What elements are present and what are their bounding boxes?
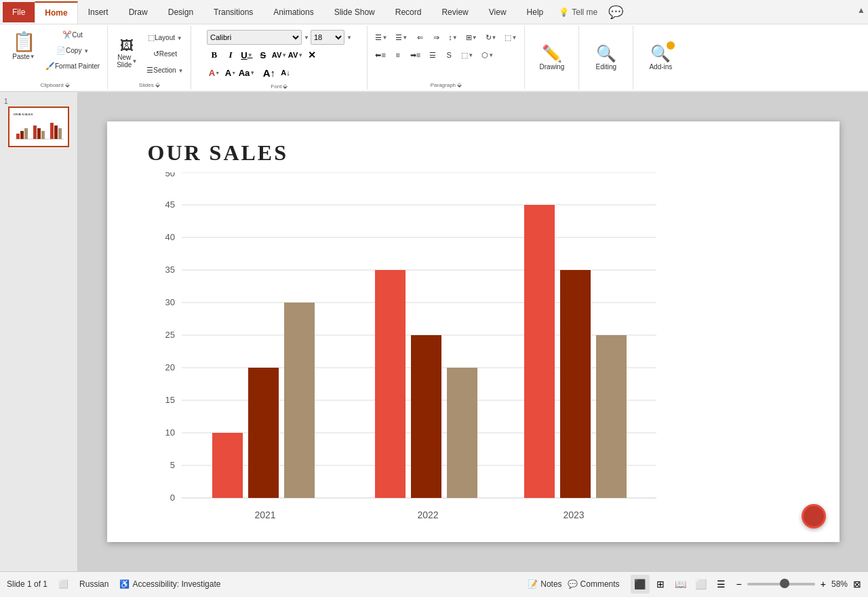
increase-font-button[interactable]: A↑ xyxy=(262,65,277,80)
svg-text:50: 50 xyxy=(165,172,174,178)
tab-file[interactable]: File xyxy=(3,2,35,22)
line-spacing-button[interactable]: ↕ ▼ xyxy=(445,30,460,45)
svg-rect-6 xyxy=(37,128,41,139)
font-color-button[interactable]: A ▼ xyxy=(207,65,222,80)
indent-increase-button[interactable]: ⇒ xyxy=(429,30,443,45)
normal-view-button[interactable]: ⬛ xyxy=(631,575,650,594)
zoom-in-button[interactable]: + xyxy=(821,579,826,590)
tab-draw[interactable]: Draw xyxy=(119,1,158,23)
addins-group: 🔍 Add-ins xyxy=(633,26,688,90)
zoom-slider[interactable] xyxy=(747,583,815,585)
slide-thumbnail[interactable]: OUR SALES xyxy=(8,107,69,147)
tab-slideshow[interactable]: Slide Show xyxy=(324,1,385,23)
paste-button[interactable]: 📋 Paste ▼ xyxy=(7,27,41,80)
font-label[interactable]: Font ⬙ xyxy=(271,81,288,90)
addins-label: Add-ins xyxy=(649,63,672,71)
italic-button[interactable]: I xyxy=(223,47,238,62)
tab-home[interactable]: Home xyxy=(35,1,77,24)
smart-art-button[interactable]: ⬚ ▼ xyxy=(501,30,520,45)
tell-me-label: Tell me xyxy=(572,7,597,17)
paragraph-label[interactable]: Paragraph ⬙ xyxy=(431,80,462,88)
convert-smartart-button[interactable]: ⬡ ▼ xyxy=(478,47,497,62)
slide[interactable]: OUR SALES 0 5 xyxy=(107,121,840,542)
font-size-select[interactable]: 18 xyxy=(311,30,344,45)
align-center-button[interactable]: ≡ xyxy=(391,47,406,62)
status-bar: Slide 1 of 1 ⬜ Russian ♿ Accessibility: … xyxy=(0,571,868,596)
format-painter-button[interactable]: 🖌️ Format Painter xyxy=(42,58,103,73)
text-direction-button[interactable]: ↻ ▼ xyxy=(482,30,500,45)
new-slide-button[interactable]: 🖼 NewSlide ▼ xyxy=(112,33,142,74)
font-name-select[interactable]: Calibri xyxy=(207,30,302,45)
normal-view-icon: ⬜ xyxy=(58,579,68,589)
paragraph-expand-icon: ⬙ xyxy=(457,81,462,88)
align-left-button[interactable]: ⬅≡ xyxy=(372,47,389,62)
slide-sorter-button[interactable]: ⊞ xyxy=(651,575,670,594)
chart-svg: 0 5 10 15 20 25 30 35 40 45 50 xyxy=(141,172,684,525)
columns-button[interactable]: ⊞ ▼ xyxy=(462,30,481,45)
normal-view-status[interactable]: ⬜ xyxy=(58,579,68,589)
drawing-button[interactable]: ✏️ Drawing xyxy=(535,33,570,81)
record-button[interactable] xyxy=(802,504,826,528)
comments-button[interactable]: 💬 xyxy=(603,2,629,22)
change-case-button[interactable]: Aa ▼ xyxy=(239,65,254,80)
char-spacing2-button[interactable]: AV ▼ xyxy=(288,47,303,62)
bold-button[interactable]: B xyxy=(207,47,222,62)
addins-button[interactable]: 🔍 Add-ins xyxy=(644,33,677,81)
bar-2021-c xyxy=(284,303,315,498)
strikethrough-button[interactable]: S xyxy=(256,47,271,62)
fit-slide-button[interactable]: ⊠ xyxy=(853,579,861,590)
svg-text:25: 25 xyxy=(165,330,174,340)
main-area: 1 OUR SALES xyxy=(0,92,868,571)
zoom-level[interactable]: 58% xyxy=(831,579,848,589)
font-highlight-button[interactable]: A ▼ xyxy=(223,65,238,80)
tab-transitions[interactable]: Transitions xyxy=(203,1,263,23)
collapse-ribbon-button[interactable]: ▲ xyxy=(854,3,868,18)
svg-rect-8 xyxy=(50,123,54,139)
slides-label[interactable]: Slides ⬙ xyxy=(139,80,160,88)
tell-me-box[interactable]: 💡 Tell me xyxy=(559,7,597,17)
align-text-button[interactable]: ⬚ ▼ xyxy=(458,47,477,62)
tab-help[interactable]: Help xyxy=(517,1,554,23)
decrease-font-button[interactable]: A↓ xyxy=(278,65,293,80)
clear-format-button[interactable]: ✕ xyxy=(304,47,319,62)
tab-animations[interactable]: Animations xyxy=(263,1,323,23)
tab-review[interactable]: Review xyxy=(431,1,478,23)
reset-button[interactable]: ↺ Reset xyxy=(143,46,186,61)
layout-button[interactable]: ⬚ Layout ▼ xyxy=(143,30,186,45)
presenter-view-button[interactable]: ⬜ xyxy=(692,575,711,594)
justify-button[interactable]: ☰ xyxy=(425,47,440,62)
bar-2022-b xyxy=(411,335,441,498)
numbering-button[interactable]: ☰ ▼ xyxy=(392,30,411,45)
svg-rect-3 xyxy=(20,131,24,139)
text-shadow-button[interactable]: S xyxy=(441,47,456,62)
cut-button[interactable]: ✂️ Cut xyxy=(42,27,103,42)
indent-decrease-button[interactable]: ⇐ xyxy=(412,30,427,45)
language-button[interactable]: Russian xyxy=(79,579,108,589)
svg-text:0: 0 xyxy=(170,493,174,503)
tab-view[interactable]: View xyxy=(479,1,517,23)
reading-view-button[interactable]: 📖 xyxy=(671,575,690,594)
clipboard-label[interactable]: Clipboard ⬙ xyxy=(40,80,69,88)
comments-status-button[interactable]: 💬 Comments xyxy=(568,579,620,589)
editing-button[interactable]: 🔍 Editing xyxy=(591,33,622,81)
section-button[interactable]: ☰ Section ▼ xyxy=(143,62,186,77)
align-right-button[interactable]: ➡≡ xyxy=(407,47,424,62)
zoom-thumb[interactable] xyxy=(780,579,789,588)
char-spacing-button[interactable]: AV ▼ xyxy=(272,47,287,62)
outline-view-button[interactable]: ☰ xyxy=(712,575,731,594)
bullets-button[interactable]: ☰ ▼ xyxy=(372,30,391,45)
tab-insert[interactable]: Insert xyxy=(78,1,119,23)
zoom-out-button[interactable]: − xyxy=(736,579,742,590)
tab-design[interactable]: Design xyxy=(158,1,203,23)
accessibility-button[interactable]: ♿ Accessibility: Investigate xyxy=(119,579,220,589)
underline-button[interactable]: U ▼ xyxy=(239,47,254,62)
svg-rect-4 xyxy=(24,128,28,139)
editing-group: 🔍 Editing xyxy=(579,26,633,90)
bar-2022-c xyxy=(447,368,477,498)
svg-text:30: 30 xyxy=(165,297,174,307)
svg-text:15: 15 xyxy=(165,395,174,405)
lightbulb-icon: 💡 xyxy=(559,7,569,17)
notes-button[interactable]: 📝 Notes xyxy=(528,579,561,589)
tab-record[interactable]: Record xyxy=(385,1,432,23)
copy-button[interactable]: 📄 Copy ▼ xyxy=(42,43,103,58)
